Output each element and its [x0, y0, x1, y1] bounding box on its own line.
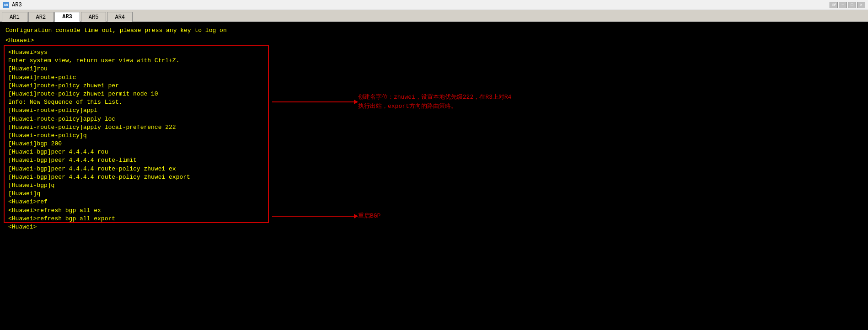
tab-ar2[interactable]: AR2: [28, 12, 54, 22]
annotation-2: 重启BGP: [272, 212, 380, 221]
timeout-line: Configuration console time out, please p…: [5, 27, 227, 35]
restore-button[interactable]: 🗗: [830, 2, 838, 8]
annotation-1: 创建名字位：zhuwei，设置本地优先级222，在R3上对R4 执行出站，exp…: [272, 93, 511, 111]
maximize-button[interactable]: □: [848, 2, 856, 8]
window-controls[interactable]: 🗗 ─ □ ✕: [830, 2, 865, 8]
tab-ar4[interactable]: AR4: [107, 12, 133, 22]
tab-bar: AR1 AR2 AR3 AR5 AR4: [0, 10, 868, 22]
close-button[interactable]: ✕: [857, 2, 865, 8]
minimize-button[interactable]: ─: [839, 2, 847, 8]
window-title: AR3: [12, 2, 22, 8]
arrow-line-1: [272, 101, 354, 102]
annotation-text-2: 重启BGP: [358, 212, 380, 221]
terminal-content: <Huawei>sys Enter system view, return us…: [8, 48, 264, 231]
main-content: Configuration console time out, please p…: [0, 22, 868, 330]
arrow-line-2: [272, 216, 354, 217]
tab-ar3[interactable]: AR3: [54, 12, 80, 22]
tab-ar5[interactable]: AR5: [81, 12, 107, 22]
annotation-text-1: 创建名字位：zhuwei，设置本地优先级222，在R3上对R4 执行出站，exp…: [358, 93, 511, 111]
tab-ar1[interactable]: AR1: [2, 12, 27, 22]
app-icon: AR: [3, 2, 9, 8]
title-bar-left: AR AR3: [3, 2, 22, 8]
huawei-prompt-above: <Huawei>: [5, 37, 34, 45]
terminal-box[interactable]: <Huawei>sys Enter system view, return us…: [4, 45, 269, 223]
title-bar: AR AR3 🗗 ─ □ ✕: [0, 0, 868, 10]
